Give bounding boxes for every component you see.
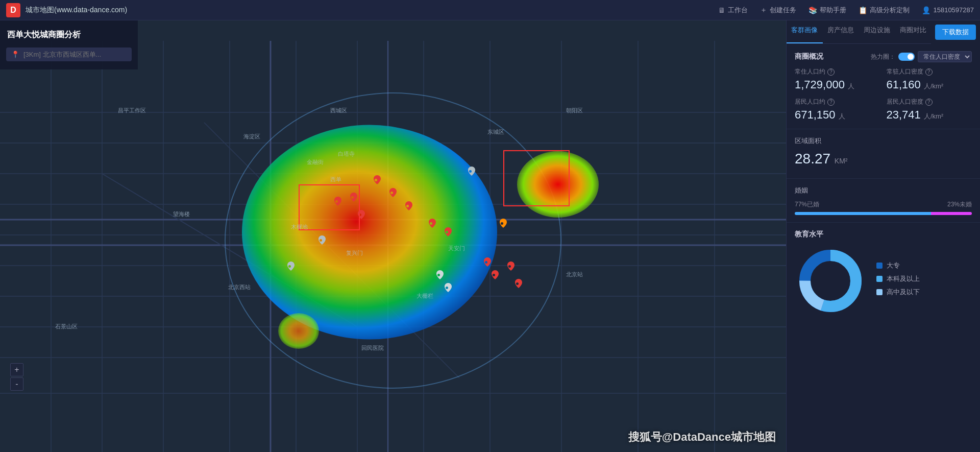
book-icon: 📚 xyxy=(808,6,817,14)
legend-daxue: 大专 xyxy=(876,261,920,270)
stat-resident-density-label: 常驻人口密度 xyxy=(887,67,923,76)
map-pin-9[interactable] xyxy=(492,270,499,279)
unmarried-bar xyxy=(931,212,972,215)
marriage-row: 77%已婚 23%未婚 xyxy=(795,200,972,209)
marriage-section: 婚姻 77%已婚 23%未婚 xyxy=(787,179,980,223)
map-pin-5[interactable] xyxy=(358,210,365,219)
unmarried-label: 23%未婚 xyxy=(947,200,972,209)
map-pin-2[interactable] xyxy=(350,193,357,202)
nav-workspace-label: 工作台 xyxy=(728,6,748,15)
overview-section: 商圈概况 热力圈： 常住人口密度 居民人口密度 常住人口约 ? 1,729,00… xyxy=(787,44,980,129)
tab-nearby[interactable]: 周边设施 xyxy=(859,20,895,43)
info-icon-1[interactable]: ? xyxy=(827,68,835,76)
edu-donut xyxy=(795,245,866,317)
map-pin-10[interactable] xyxy=(515,279,522,288)
map-pin-8[interactable] xyxy=(445,227,452,236)
info-icon-3[interactable]: ? xyxy=(827,99,835,106)
edu-content: 大专 本科及以上 高中及以下 xyxy=(795,245,972,317)
map-pin-11[interactable] xyxy=(507,261,514,271)
tab-customer[interactable]: 客群画像 xyxy=(787,20,823,43)
map-area[interactable]: 西单 北京西站 回民医院 望海楼 木樨地 复兴门 北京站 金融街 天安门 大栅栏… xyxy=(0,20,786,452)
stats-grid: 常住人口约 ? 1,729,000 人 常驻人口密度 ? 61,160 人/km… xyxy=(795,67,972,122)
stat-resident-density-value: 61,160 xyxy=(887,78,921,91)
stat-citizen-pop: 居民人口约 ? 671,150 人 xyxy=(795,98,880,122)
panel-title: 西单大悦城商圈分析 xyxy=(0,26,138,44)
legend-label-benke: 本科及以上 xyxy=(887,274,920,283)
area-title: 区域面积 xyxy=(795,136,972,146)
nav-items: 🖥 工作台 ＋ 创建任务 📚 帮助手册 📋 高级分析定制 👤 158105972… xyxy=(718,6,974,15)
download-button[interactable]: 下载数据 xyxy=(935,25,976,40)
nav-create-task-label: 创建任务 xyxy=(770,6,796,15)
search-input[interactable] xyxy=(23,51,127,58)
map-pin-white-2[interactable] xyxy=(287,261,295,271)
heatmap-toggle: 热力圈： 常住人口密度 居民人口密度 xyxy=(871,51,972,62)
married-bar xyxy=(795,212,931,215)
area-number: 28.27 xyxy=(795,151,830,166)
map-pin-orange[interactable] xyxy=(500,219,507,228)
monitor-icon: 🖥 xyxy=(718,6,725,14)
nav-user[interactable]: 👤 15810597287 xyxy=(922,6,974,14)
info-icon-2[interactable]: ? xyxy=(925,68,933,76)
stat-resident-pop-unit: 人 xyxy=(848,82,854,90)
area-unit: KM² xyxy=(835,157,848,165)
map-pin-1[interactable] xyxy=(334,197,341,206)
zoom-out-button[interactable]: - xyxy=(10,377,23,391)
stat-citizen-density-value: 23,741 xyxy=(887,108,921,121)
nav-help[interactable]: 📚 帮助手册 xyxy=(808,6,846,15)
stat-citizen-density-label: 居民人口密度 xyxy=(887,98,923,106)
stat-citizen-pop-value: 671,150 xyxy=(795,108,836,121)
heatmap-label: 热力圈： xyxy=(871,53,895,61)
app-logo: D xyxy=(6,3,20,17)
topbar: D 城市地图(www.data-dance.com) 🖥 工作台 ＋ 创建任务 … xyxy=(0,0,980,20)
map-pin-3[interactable] xyxy=(374,175,381,184)
legend-benke: 本科及以上 xyxy=(876,274,920,283)
nav-advanced-label: 高级分析定制 xyxy=(870,6,910,15)
tab-property[interactable]: 房产信息 xyxy=(823,20,859,43)
zoom-in-button[interactable]: + xyxy=(10,363,23,376)
nav-help-label: 帮助手册 xyxy=(820,6,846,15)
location-icon: 📍 xyxy=(11,51,19,58)
stat-citizen-pop-unit: 人 xyxy=(839,112,845,120)
nav-create-task[interactable]: ＋ 创建任务 xyxy=(760,6,796,15)
heatmap-toggle-switch[interactable] xyxy=(898,53,915,61)
legend-dot-benke xyxy=(876,276,883,282)
education-section: 教育水平 xyxy=(787,223,980,324)
map-pin-4[interactable] xyxy=(389,188,397,197)
map-pin-7[interactable] xyxy=(429,219,436,228)
tab-compare[interactable]: 商圈对比 xyxy=(895,20,931,43)
right-panel: 客群画像 房产信息 周边设施 商圈对比 下载数据 商圈概况 热力圈： 常住人口密… xyxy=(786,20,980,452)
marriage-title: 婚姻 xyxy=(795,186,972,195)
zoom-controls: + - xyxy=(10,363,23,391)
map-pin-white-5[interactable] xyxy=(445,283,452,292)
stat-citizen-pop-label: 居民人口约 xyxy=(795,98,825,106)
legend-gaozhong: 高中及以下 xyxy=(876,288,920,297)
map-pin-12[interactable] xyxy=(484,257,491,267)
area-section: 区域面积 28.27 KM² xyxy=(787,129,980,179)
stat-resident-density-unit: 人/km² xyxy=(924,82,943,90)
edu-title: 教育水平 xyxy=(795,230,972,239)
left-panel: 西单大悦城商圈分析 📍 xyxy=(0,20,138,69)
nav-workspace[interactable]: 🖥 工作台 xyxy=(718,6,748,15)
map-pin-white-4[interactable] xyxy=(436,270,444,279)
info-icon-4[interactable]: ? xyxy=(925,99,933,106)
map-pin-6[interactable] xyxy=(405,201,412,210)
map-pin-white-3[interactable] xyxy=(468,166,475,176)
legend-dot-gaozhong xyxy=(876,289,883,295)
married-label: 77%已婚 xyxy=(795,200,819,209)
edu-legend: 大专 本科及以上 高中及以下 xyxy=(876,261,920,301)
stat-resident-pop-label: 常住人口约 xyxy=(795,67,825,76)
map-streets xyxy=(0,20,786,452)
svg-point-30 xyxy=(811,261,850,300)
map-pin-white-1[interactable] xyxy=(318,235,326,245)
legend-dot-daxue xyxy=(876,263,883,269)
density-select[interactable]: 常住人口密度 居民人口密度 xyxy=(918,51,972,62)
marriage-bar xyxy=(795,212,972,215)
user-icon: 👤 xyxy=(922,6,930,14)
tabs-row: 客群画像 房产信息 周边设施 商圈对比 xyxy=(787,20,931,44)
search-row: 📍 xyxy=(6,47,132,61)
nav-advanced[interactable]: 📋 高级分析定制 xyxy=(859,6,910,15)
stat-citizen-density-unit: 人/km² xyxy=(924,112,943,120)
legend-label-daxue: 大专 xyxy=(887,261,900,270)
stat-resident-pop: 常住人口约 ? 1,729,000 人 xyxy=(795,67,880,91)
stat-citizen-density: 居民人口密度 ? 23,741 人/km² xyxy=(887,98,972,122)
